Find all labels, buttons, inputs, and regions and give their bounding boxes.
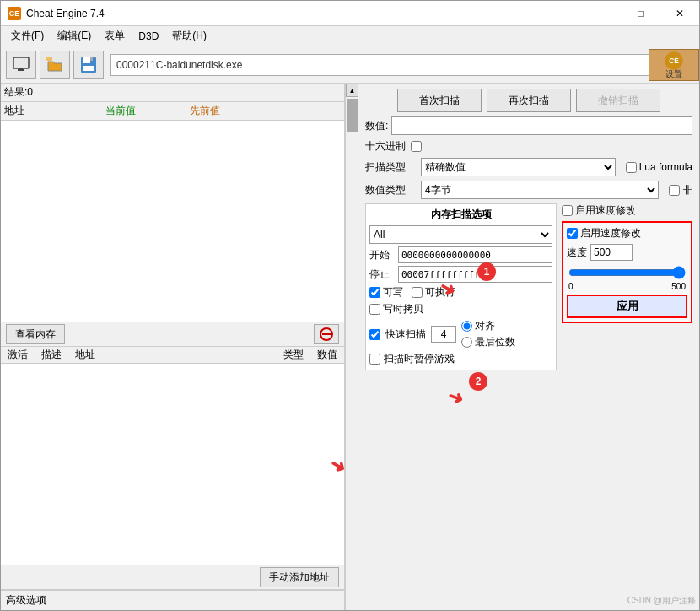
view-memory-button[interactable]: 查看内存 <box>6 324 65 344</box>
executable-checkbox[interactable] <box>412 287 423 298</box>
start-label: 开始 <box>369 248 395 262</box>
fast-scan-value[interactable] <box>431 326 456 343</box>
first-scan-button[interactable]: 首次扫描 <box>397 89 482 112</box>
menu-d3d[interactable]: D3D <box>132 27 165 46</box>
advanced-label: 高级选项 <box>6 593 46 608</box>
title-bar: CE Cheat Engine 7.4 — □ ✕ <box>1 1 699 26</box>
apply-button[interactable]: 应用 <box>567 295 687 318</box>
col-addr-header: 地址 <box>68 348 277 362</box>
svg-rect-2 <box>19 68 23 70</box>
slider-max-label: 500 <box>671 282 686 291</box>
start-input[interactable] <box>398 246 552 263</box>
checks-row-2: 写时拷贝 <box>369 302 552 316</box>
undo-scan-button[interactable]: 撤销扫描 <box>576 89 660 112</box>
not-wrap: 非 <box>669 183 692 197</box>
menu-edit[interactable]: 编辑(E) <box>51 27 98 46</box>
pause-checkbox[interactable] <box>369 354 380 365</box>
col-type-header: 类型 <box>277 348 310 362</box>
minimize-button[interactable]: — <box>583 1 622 26</box>
address-table-header: 激活 描述 地址 类型 数值 <box>1 347 344 364</box>
hex-checkbox[interactable] <box>411 141 422 152</box>
value-row: 数值: <box>365 116 692 135</box>
lua-checkbox[interactable] <box>626 162 637 173</box>
copy-on-write-checkbox[interactable] <box>369 304 380 315</box>
col-current-header: 当前值 <box>102 104 186 118</box>
stop-row: 停止 <box>369 266 552 283</box>
last-digit-radio[interactable] <box>461 337 472 348</box>
annotation-badge-1: 1 <box>477 262 496 281</box>
speed-input[interactable] <box>590 244 633 261</box>
scan-type-label: 扫描类型 <box>365 160 416 175</box>
align-radio-row: 对齐 <box>461 319 515 333</box>
fast-scan-label: 快速扫描 <box>385 327 426 342</box>
memory-section-wrapper: 内存扫描选项 All 开始 停止 <box>365 203 692 370</box>
scan-type-select[interactable]: 精确数值 <box>421 158 616 176</box>
alignment-radio-group: 对齐 最后位数 <box>461 319 515 349</box>
last-digit-radio-row: 最后位数 <box>461 335 515 349</box>
col-address-header: 地址 <box>1 104 102 118</box>
writable-wrap: 可写 <box>369 285 403 300</box>
watermark: CSDN @用户注释 <box>627 595 696 607</box>
menu-table[interactable]: 表单 <box>98 27 132 46</box>
hex-label: 十六进制 <box>365 139 406 154</box>
stop-scan-button[interactable] <box>314 324 339 344</box>
add-manual-bar: 手动添加地址 <box>1 565 344 590</box>
speed-enable-checkbox-1[interactable] <box>562 205 573 216</box>
stop-input[interactable] <box>398 266 552 283</box>
app-icon: CE <box>8 7 21 20</box>
last-digit-label: 最后位数 <box>475 335 515 349</box>
left-scrollbar[interactable]: ▲ <box>345 84 358 610</box>
save-button[interactable] <box>73 51 104 79</box>
slider-min-label: 0 <box>568 282 573 291</box>
col-desc-header: 描述 <box>35 348 68 362</box>
checks-row-1: 可写 可执行 <box>369 285 552 300</box>
speed-enable-label-2: 启用速度修改 <box>580 226 641 241</box>
value-input[interactable] <box>391 116 692 135</box>
lua-wrap: Lua formula <box>626 161 692 173</box>
value-label: 数值: <box>365 119 388 133</box>
address-header: 地址 当前值 先前值 <box>1 102 344 121</box>
value-type-label: 数值类型 <box>365 183 416 197</box>
speed-slider[interactable] <box>568 266 686 279</box>
col-active-header: 激活 <box>1 348 35 362</box>
not-checkbox[interactable] <box>669 185 680 196</box>
menu-help[interactable]: 帮助(H) <box>165 27 213 46</box>
align-radio[interactable] <box>461 321 472 332</box>
speed-enable-label-1: 启用速度修改 <box>575 203 636 218</box>
process-bar[interactable]: 0000211C-baidunetdisk.exe <box>110 54 691 76</box>
memory-options-title: 内存扫描选项 <box>369 208 552 222</box>
scroll-up-arrow[interactable]: ▲ <box>346 84 359 97</box>
writable-label: 可写 <box>383 285 403 300</box>
add-manual-address-button[interactable]: 手动添加地址 <box>260 567 339 587</box>
next-scan-button[interactable]: 再次扫描 <box>487 89 571 112</box>
menu-file[interactable]: 文件(F) <box>4 27 51 46</box>
speed-value-row: 速度 <box>567 244 687 261</box>
speed-enable-checkbox-2[interactable] <box>567 228 578 239</box>
svg-text:CE: CE <box>669 57 679 65</box>
maximize-button[interactable]: □ <box>622 1 660 26</box>
fast-scan-checkbox[interactable] <box>369 329 380 340</box>
pause-label: 扫描时暂停游戏 <box>384 352 455 366</box>
writable-checkbox[interactable] <box>369 287 380 298</box>
speed-modifier-box: 启用速度修改 速度 0 500 <box>562 221 692 323</box>
open-file-button[interactable] <box>40 51 70 79</box>
settings-button[interactable]: CE 设置 <box>649 49 699 81</box>
value-type-row: 数值类型 4字节 非 <box>365 181 692 199</box>
not-label: 非 <box>682 183 692 197</box>
speed-label: 速度 <box>567 246 587 260</box>
process-name: 0000211C-baidunetdisk.exe <box>116 59 242 71</box>
content-area: 结果:0 地址 当前值 先前值 查看内存 激活 描述 地址 <box>1 84 699 610</box>
value-type-select[interactable]: 4字节 <box>421 181 659 199</box>
window-controls: — □ ✕ <box>583 1 699 26</box>
fast-scan-row: 快速扫描 对齐 最后位数 <box>369 319 552 349</box>
toolbar: 0000211C-baidunetdisk.exe CE 设置 <box>1 46 699 84</box>
scroll-thumb[interactable] <box>347 99 358 132</box>
window-title: Cheat Engine 7.4 <box>26 8 105 19</box>
left-bottom-bar: 查看内存 <box>1 322 344 347</box>
address-list[interactable] <box>1 121 344 322</box>
close-button[interactable]: ✕ <box>660 1 699 26</box>
stop-label: 停止 <box>369 268 395 282</box>
open-process-button[interactable] <box>6 51 36 79</box>
memory-region-select[interactable]: All <box>369 225 552 244</box>
annotation-badge-2: 2 <box>469 372 487 391</box>
